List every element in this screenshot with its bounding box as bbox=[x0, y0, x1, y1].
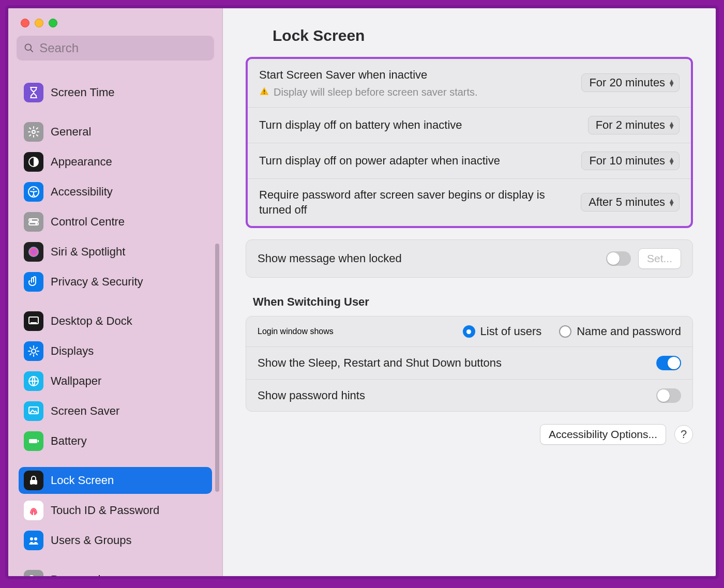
radio-icon bbox=[559, 325, 571, 338]
login-window-radio-list-of-users[interactable]: List of users bbox=[463, 325, 542, 338]
show-message-toggle[interactable] bbox=[606, 251, 631, 266]
setting-popup[interactable]: For 10 minutes▲▼ bbox=[581, 152, 680, 170]
svg-point-2 bbox=[32, 130, 35, 133]
setting-popup[interactable]: After 5 minutes▲▼ bbox=[581, 193, 680, 212]
sidebar-item-label: Screen Saver bbox=[51, 404, 119, 418]
battery-icon bbox=[24, 431, 43, 451]
sidebar-item-label: Lock Screen bbox=[51, 474, 114, 487]
search-input[interactable] bbox=[39, 41, 207, 55]
svg-point-0 bbox=[25, 44, 32, 50]
accessibility-options-button[interactable]: Accessibility Options... bbox=[540, 424, 666, 445]
wallpaper-icon bbox=[24, 371, 43, 391]
sidebar-item-screen-saver[interactable]: Screen Saver bbox=[19, 398, 212, 425]
hourglass-icon bbox=[24, 83, 43, 102]
sidebar-item-label: Displays bbox=[51, 344, 94, 358]
chevron-up-down-icon: ▲▼ bbox=[668, 79, 675, 86]
svg-point-13 bbox=[32, 349, 36, 353]
sidebar-item-label: Appearance bbox=[51, 155, 112, 169]
setting-label: Show password hints bbox=[258, 388, 365, 403]
svg-rect-24 bbox=[264, 93, 265, 94]
sidebar-item-displays[interactable]: Displays bbox=[19, 338, 212, 365]
page-title: Lock Screen bbox=[273, 27, 693, 44]
svg-line-1 bbox=[31, 50, 33, 52]
sidebar-item-label: Touch ID & Password bbox=[51, 504, 159, 517]
control-centre-icon bbox=[24, 212, 43, 232]
maximize-window-button[interactable] bbox=[49, 19, 57, 27]
sidebar-item-desktop-dock[interactable]: Desktop & Dock bbox=[19, 308, 212, 335]
setting-label: Login window shows bbox=[258, 327, 445, 336]
sidebar-item-label: Battery bbox=[51, 434, 87, 448]
sidebar-item-passwords[interactable]: Passwords bbox=[19, 566, 212, 576]
sidebar-item-lock-screen[interactable]: Lock Screen bbox=[19, 467, 212, 494]
sidebar-item-label: Privacy & Security bbox=[51, 275, 143, 289]
setting-label: Show message when locked bbox=[258, 251, 402, 266]
setting-popup[interactable]: For 20 minutes▲▼ bbox=[581, 73, 680, 92]
touchid-icon bbox=[24, 501, 43, 520]
sidebar-item-label: Accessibility bbox=[51, 185, 113, 199]
login-window-radio-name-and-password[interactable]: Name and password bbox=[559, 325, 681, 338]
svg-rect-16 bbox=[29, 439, 37, 443]
sidebar-item-users-groups[interactable]: Users & Groups bbox=[19, 527, 212, 554]
sidebar-item-label: Screen Time bbox=[51, 86, 115, 99]
svg-point-8 bbox=[30, 219, 32, 221]
setting-label: Turn display off on power adapter when i… bbox=[259, 153, 500, 169]
sidebar-item-accessibility[interactable]: Accessibility bbox=[19, 178, 212, 205]
sidebar-item-screen-time[interactable]: Screen Time bbox=[19, 79, 212, 106]
sidebar-scrollbar[interactable] bbox=[215, 244, 219, 492]
setting-value: After 5 minutes bbox=[589, 195, 665, 209]
login-window-row: Login window showsList of usersName and … bbox=[246, 316, 692, 347]
radio-label: List of users bbox=[480, 325, 542, 338]
setting-label: Require password after screen saver begi… bbox=[259, 187, 549, 218]
svg-point-21 bbox=[34, 537, 37, 540]
switching-user-panel: Login window showsList of usersName and … bbox=[246, 316, 693, 412]
sidebar-item-label: General bbox=[51, 125, 91, 139]
set-message-button[interactable]: Set... bbox=[638, 248, 681, 269]
sidebar-item-wallpaper[interactable]: Wallpaper bbox=[19, 368, 212, 395]
setting-value: For 10 minutes bbox=[589, 154, 665, 168]
radio-label: Name and password bbox=[577, 325, 681, 338]
setting-row: Show password hints bbox=[246, 380, 692, 412]
chevron-up-down-icon: ▲▼ bbox=[668, 199, 675, 206]
radio-icon bbox=[463, 325, 475, 338]
search-icon bbox=[24, 42, 34, 54]
setting-row: Show the Sleep, Restart and Shut Down bu… bbox=[246, 347, 692, 380]
setting-toggle[interactable] bbox=[656, 388, 681, 403]
setting-row: Turn display off on battery when inactiv… bbox=[248, 108, 691, 143]
svg-point-10 bbox=[28, 247, 39, 257]
setting-label: Start Screen Saver when inactive bbox=[259, 67, 478, 83]
sidebar-item-privacy-security[interactable]: Privacy & Security bbox=[19, 268, 212, 295]
displays-icon bbox=[24, 341, 43, 361]
close-window-button[interactable] bbox=[21, 19, 29, 27]
sidebar-item-touch-id-password[interactable]: Touch ID & Password bbox=[19, 497, 212, 524]
sidebar-item-label: Desktop & Dock bbox=[51, 314, 132, 328]
message-panel: Show message when locked Set... bbox=[246, 239, 693, 278]
search-field[interactable] bbox=[17, 36, 214, 61]
hand-icon bbox=[24, 272, 43, 292]
setting-toggle[interactable] bbox=[656, 356, 681, 370]
key-icon bbox=[24, 570, 43, 576]
setting-label: Turn display off on battery when inactiv… bbox=[259, 117, 462, 133]
setting-label: Show the Sleep, Restart and Shut Down bu… bbox=[258, 355, 502, 371]
sidebar-item-general[interactable]: General bbox=[19, 118, 212, 145]
siri-icon bbox=[24, 242, 43, 262]
help-button[interactable]: ? bbox=[674, 425, 693, 444]
accessibility-icon bbox=[24, 182, 43, 202]
sidebar-item-battery[interactable]: Battery bbox=[19, 428, 212, 455]
svg-point-5 bbox=[33, 189, 35, 190]
warning-icon bbox=[259, 86, 269, 99]
sidebar-item-siri-spotlight[interactable]: Siri & Spotlight bbox=[19, 238, 212, 265]
chevron-up-down-icon: ▲▼ bbox=[668, 122, 675, 129]
setting-sublabel: Display will sleep before screen saver s… bbox=[259, 86, 478, 99]
svg-point-22 bbox=[29, 576, 34, 576]
sidebar-item-appearance[interactable]: Appearance bbox=[19, 148, 212, 175]
svg-rect-12 bbox=[31, 322, 37, 324]
sidebar-item-label: Wallpaper bbox=[51, 374, 101, 388]
sidebar-item-label: Users & Groups bbox=[51, 534, 132, 547]
setting-row: Require password after screen saver begi… bbox=[248, 179, 691, 226]
minimize-window-button[interactable] bbox=[35, 19, 43, 27]
setting-popup[interactable]: For 2 minutes▲▼ bbox=[588, 116, 680, 134]
sidebar-item-control-centre[interactable]: Control Centre bbox=[19, 208, 212, 235]
svg-rect-19 bbox=[32, 484, 35, 485]
setting-row: Start Screen Saver when inactiveDisplay … bbox=[248, 59, 691, 108]
desktop-icon bbox=[24, 311, 43, 331]
